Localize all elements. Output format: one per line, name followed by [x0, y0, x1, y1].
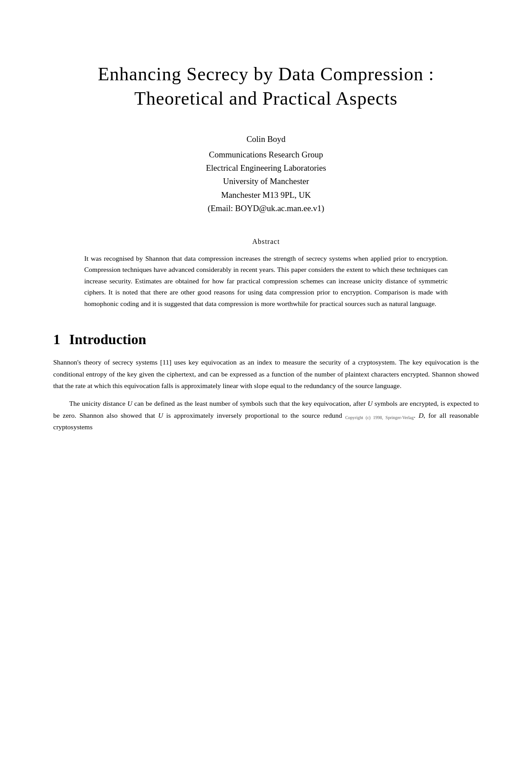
author-affiliation4: Manchester M13 9PL, UK: [53, 188, 479, 202]
abstract-heading: Abstract: [84, 238, 448, 246]
abstract-section: Abstract It was recognised by Shannon th…: [84, 238, 448, 310]
author-affiliation3: University of Manchester: [53, 175, 479, 188]
section-1-number: 1: [53, 331, 60, 348]
section-1-heading: 1 Introduction: [53, 331, 479, 348]
page: Enhancing Secrecy by Data Compression : …: [0, 0, 532, 765]
title-line2: Theoretical and Practical Aspects: [53, 86, 479, 111]
last-paragraph-wrapper: The unicity distance U can be defined as…: [53, 398, 479, 433]
author-name: Colin Boyd: [53, 133, 479, 146]
intro-paragraph-2: The unicity distance U can be defined as…: [53, 398, 479, 433]
author-section: Colin Boyd Communications Research Group…: [53, 133, 479, 215]
intro-para2-text: The unicity distance U can be defined as…: [53, 400, 479, 431]
copyright-inline: Copyright (c) 1998, Springer-Verlag: [345, 415, 414, 420]
author-email: (Email: BOYD@uk.ac.man.ee.v1): [53, 202, 479, 215]
title-line1: Enhancing Secrecy by Data Compression :: [53, 62, 479, 86]
author-affiliation1: Communications Research Group: [53, 148, 479, 161]
section-1-title: Introduction: [69, 331, 146, 348]
abstract-text: It was recognised by Shannon that data c…: [84, 253, 448, 310]
main-title: Enhancing Secrecy by Data Compression : …: [53, 62, 479, 110]
intro-paragraph-1: Shannon's theory of secrecy systems [11]…: [53, 357, 479, 392]
author-affiliation2: Electrical Engineering Laboratories: [53, 161, 479, 175]
title-section: Enhancing Secrecy by Data Compression : …: [53, 62, 479, 110]
